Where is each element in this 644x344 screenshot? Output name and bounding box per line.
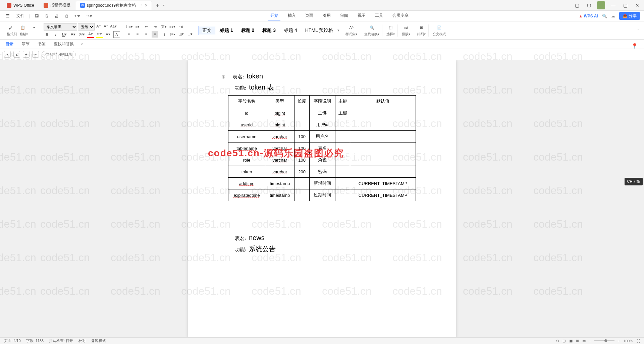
- cut-icon[interactable]: ✂: [31, 24, 37, 31]
- dec-indent-icon[interactable]: ⇤: [143, 23, 150, 30]
- search-icon[interactable]: 🔍: [602, 14, 607, 18]
- add-tab-button[interactable]: +: [153, 2, 162, 8]
- zoom-in-icon[interactable]: +: [618, 339, 620, 343]
- view-icon-2[interactable]: ▢: [562, 339, 566, 343]
- italic-icon[interactable]: I: [52, 31, 59, 38]
- save-icon[interactable]: 🖫: [33, 13, 41, 19]
- nav-tab-bookmark[interactable]: 书签: [36, 41, 47, 48]
- view-icon-1[interactable]: ⊙: [556, 339, 559, 343]
- official-icon[interactable]: 📄: [436, 24, 443, 31]
- line-spacing-icon[interactable]: ≡↕▾: [169, 23, 176, 30]
- align-right-icon[interactable]: ≡: [143, 31, 150, 38]
- print-icon[interactable]: 🖨: [53, 13, 61, 19]
- avatar-icon[interactable]: [597, 1, 605, 9]
- tab-document[interactable]: W springbooturqs9数据库文档 ⬚ ×: [76, 1, 152, 10]
- hamburger-icon[interactable]: ☰: [4, 13, 12, 19]
- menu-tab-insert[interactable]: 插入: [286, 11, 298, 20]
- styles-more-icon[interactable]: ▾: [337, 28, 339, 33]
- nav-plus-icon[interactable]: +: [23, 51, 30, 58]
- view-icon-4[interactable]: ⊞: [576, 339, 579, 343]
- minimize-button[interactable]: —: [609, 1, 617, 9]
- superscript-icon[interactable]: X²▾: [78, 31, 85, 38]
- para-shading-icon[interactable]: ◫▾: [178, 31, 184, 38]
- menu-tab-member[interactable]: 会员专享: [390, 11, 411, 20]
- nav-tab-toc[interactable]: 目录: [4, 41, 15, 48]
- inc-indent-icon[interactable]: ⇥: [152, 23, 158, 30]
- menu-tab-ref[interactable]: 引用: [321, 11, 333, 20]
- styleset-icon[interactable]: Aᴬ: [348, 24, 355, 31]
- nav-minus-icon[interactable]: −: [32, 51, 39, 58]
- find-icon[interactable]: 🔍: [369, 24, 375, 31]
- select-icon[interactable]: ⬚: [387, 24, 394, 31]
- font-size-select[interactable]: 五号: [78, 23, 95, 31]
- close-icon[interactable]: ×: [145, 3, 148, 8]
- bullets-icon[interactable]: ⋮≡▾: [125, 23, 132, 30]
- distribute-icon[interactable]: ⫼: [160, 31, 167, 38]
- app-icon-2[interactable]: ⬡: [585, 1, 593, 9]
- sort-icon[interactable]: ↕A: [178, 23, 184, 30]
- strike-icon[interactable]: A̶▾: [70, 31, 76, 38]
- tab-restore-icon[interactable]: ⬚: [139, 3, 142, 8]
- menu-tab-page[interactable]: 页面: [303, 11, 315, 20]
- redo-icon[interactable]: ↷▾: [85, 13, 94, 19]
- file-menu[interactable]: 文件: [14, 12, 26, 19]
- borders-icon[interactable]: ⊞▾: [186, 31, 193, 38]
- status-words[interactable]: 字数: 1133: [26, 338, 44, 343]
- zoom-value[interactable]: 100%: [624, 339, 633, 343]
- layout-icon[interactable]: ≡A: [403, 24, 410, 31]
- format-painter-icon[interactable]: 🖌: [7, 24, 13, 31]
- tab-template[interactable]: 找稻壳模板: [40, 1, 74, 10]
- dropdown-icon[interactable]: ▾: [163, 3, 165, 7]
- close-button[interactable]: ✕: [633, 1, 641, 9]
- share-button[interactable]: 📤 分享: [619, 12, 640, 20]
- menu-tab-review[interactable]: 审阅: [338, 11, 350, 20]
- align-center-icon[interactable]: ≡: [134, 31, 141, 38]
- grow-font-icon[interactable]: A⁺: [95, 23, 102, 30]
- style-normal[interactable]: 正文: [199, 26, 215, 35]
- smart-toc-button[interactable]: ◎ 智能识别目录: [42, 51, 76, 58]
- tab-wps-office[interactable]: WPS Office: [3, 1, 38, 10]
- document-area[interactable]: code51.cn-源码乐园盗图必究 ⊕表名:token 功能:token 表 …: [0, 60, 644, 337]
- nav-down-icon[interactable]: ▾: [4, 51, 11, 58]
- style-html[interactable]: HTML 预设格: [302, 26, 337, 35]
- arrange-icon[interactable]: ⊞: [418, 24, 425, 31]
- nav-tab-find[interactable]: 查找和替换: [52, 41, 75, 48]
- nav-tab-chapter[interactable]: 章节: [20, 41, 31, 48]
- nav-close-icon[interactable]: ×: [80, 42, 83, 47]
- font-name-select[interactable]: 华文细黑: [44, 23, 77, 31]
- wps-ai-button[interactable]: ▲ WPS AI: [579, 14, 598, 18]
- status-proof[interactable]: 校对: [78, 338, 86, 343]
- ime-badge[interactable]: CH ♪ 简: [625, 178, 643, 185]
- menu-tab-start[interactable]: 开始: [268, 11, 280, 20]
- table-marker-icon[interactable]: ⊕: [221, 74, 226, 80]
- line-height-icon[interactable]: ⫶≡▾: [169, 31, 176, 38]
- style-h3[interactable]: 标题 3: [259, 26, 279, 35]
- zoom-slider[interactable]: [594, 340, 614, 341]
- font-color-icon[interactable]: A▾: [87, 31, 94, 38]
- paste-icon[interactable]: 📋: [19, 24, 26, 31]
- view-icon-3[interactable]: ▣: [569, 339, 573, 343]
- cloud-icon[interactable]: ☁: [611, 14, 615, 18]
- undo-icon[interactable]: ↶▾: [72, 13, 82, 19]
- preview-icon[interactable]: ⎙: [63, 13, 70, 19]
- numbering-icon[interactable]: ≡▾: [134, 23, 141, 30]
- shading-icon[interactable]: A▾: [105, 31, 111, 38]
- view-icon-5[interactable]: ▭: [582, 339, 586, 343]
- menu-tab-tools[interactable]: 工具: [373, 11, 385, 20]
- align-justify-icon[interactable]: ≡: [152, 31, 158, 38]
- bold-icon[interactable]: B: [44, 31, 50, 38]
- style-h4[interactable]: 标题 4: [280, 26, 301, 35]
- underline-icon[interactable]: U▾: [61, 31, 68, 38]
- shrink-font-icon[interactable]: A⁻: [103, 23, 109, 30]
- align-left-icon[interactable]: ≡: [125, 31, 132, 38]
- style-h2[interactable]: 标题 2: [237, 26, 258, 35]
- highlight-icon[interactable]: ✏▾: [96, 31, 103, 38]
- export-icon[interactable]: ⎘: [44, 13, 50, 19]
- status-spell[interactable]: 拼写检查: 打开: [49, 338, 73, 343]
- nav-up-icon[interactable]: ▴: [13, 51, 20, 58]
- text-dir-icon[interactable]: 文▾: [160, 23, 167, 30]
- status-expand-icon[interactable]: ⛶: [636, 339, 640, 343]
- menu-tab-view[interactable]: 视图: [356, 11, 368, 20]
- zoom-out-icon[interactable]: −: [589, 339, 591, 343]
- ribbon-collapse-icon[interactable]: ⌃: [637, 28, 640, 33]
